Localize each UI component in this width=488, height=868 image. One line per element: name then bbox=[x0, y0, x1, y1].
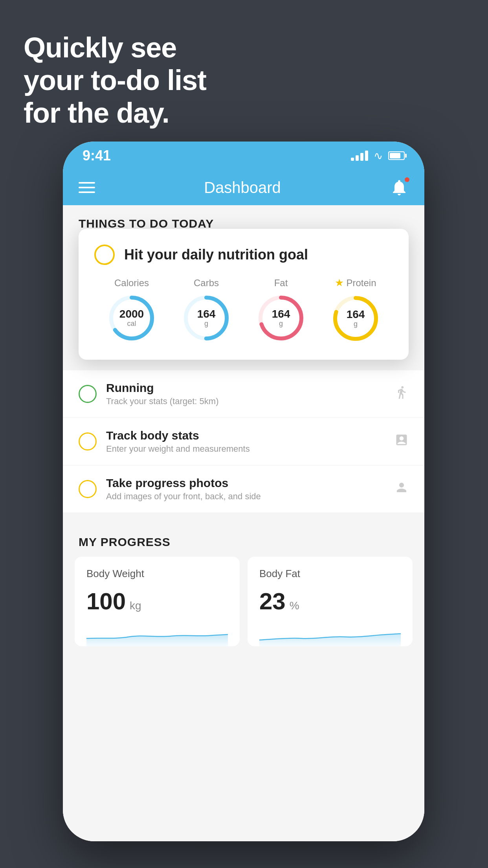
calories-label: Calories bbox=[114, 278, 149, 289]
running-title: Running bbox=[106, 381, 385, 395]
nutrition-card[interactable]: Hit your daily nutrition goal Calories 2… bbox=[79, 229, 409, 360]
calories-circle: 2000 cal bbox=[106, 292, 157, 344]
person-icon bbox=[394, 480, 409, 498]
running-text: Running Track your stats (target: 5km) bbox=[106, 381, 385, 406]
body-fat-chart bbox=[259, 623, 401, 646]
carbs-label: Carbs bbox=[194, 278, 219, 289]
star-icon: ★ bbox=[335, 277, 344, 289]
body-stats-subtitle: Enter your weight and measurements bbox=[106, 444, 385, 454]
fat-item: Fat 164 g bbox=[255, 278, 306, 344]
phone-mockup: 9:41 ∿ Dashboard TH bbox=[63, 142, 424, 841]
scale-icon bbox=[394, 433, 409, 451]
notification-badge bbox=[404, 177, 410, 183]
progress-cards: Body Weight 100 kg bbox=[63, 557, 424, 646]
carbs-circle: 164 g bbox=[181, 292, 232, 344]
todo-item-running[interactable]: Running Track your stats (target: 5km) bbox=[63, 370, 424, 418]
body-fat-value-row: 23 % bbox=[259, 588, 401, 615]
body-weight-unit: kg bbox=[130, 600, 141, 612]
nutrition-circles: Calories 2000 cal Carbs bbox=[94, 277, 393, 344]
todo-item-body-stats[interactable]: Track body stats Enter your weight and m… bbox=[63, 418, 424, 465]
page-headline: Quickly see your to-do list for the day. bbox=[24, 31, 206, 129]
running-check-circle bbox=[79, 385, 97, 403]
progress-section: MY PROGRESS Body Weight 100 kg bbox=[63, 524, 424, 646]
wifi-icon: ∿ bbox=[374, 149, 383, 162]
body-weight-title: Body Weight bbox=[86, 568, 228, 580]
running-subtitle: Track your stats (target: 5km) bbox=[106, 396, 385, 406]
body-stats-check-circle bbox=[79, 432, 97, 451]
status-icons: ∿ bbox=[351, 149, 405, 162]
protein-item: ★ Protein 164 g bbox=[330, 277, 381, 344]
content-area: THINGS TO DO TODAY Hit your daily nutrit… bbox=[63, 205, 424, 841]
photos-text: Take progress photos Add images of your … bbox=[106, 476, 385, 502]
nav-bar: Dashboard bbox=[63, 170, 424, 205]
body-stats-text: Track body stats Enter your weight and m… bbox=[106, 429, 385, 454]
nutrition-card-title: Hit your daily nutrition goal bbox=[124, 246, 308, 263]
nav-title: Dashboard bbox=[204, 179, 281, 197]
body-fat-unit: % bbox=[290, 600, 299, 612]
menu-button[interactable] bbox=[79, 182, 95, 193]
photos-check-circle bbox=[79, 480, 97, 498]
body-stats-title: Track body stats bbox=[106, 429, 385, 442]
battery-icon bbox=[388, 151, 405, 160]
notification-button[interactable] bbox=[390, 178, 409, 197]
body-weight-chart bbox=[86, 623, 228, 646]
signal-icon bbox=[351, 151, 368, 161]
fat-label: Fat bbox=[274, 278, 288, 289]
protein-circle: 164 g bbox=[330, 293, 381, 344]
photos-title: Take progress photos bbox=[106, 476, 385, 490]
fat-circle: 164 g bbox=[255, 292, 306, 344]
status-bar: 9:41 ∿ bbox=[63, 142, 424, 170]
body-fat-title: Body Fat bbox=[259, 568, 401, 580]
status-time: 9:41 bbox=[83, 147, 111, 164]
body-weight-value: 100 bbox=[86, 588, 126, 615]
body-fat-card[interactable]: Body Fat 23 % bbox=[248, 557, 413, 646]
nutrition-check-circle bbox=[94, 245, 115, 265]
photos-subtitle: Add images of your front, back, and side bbox=[106, 491, 385, 502]
todo-item-photos[interactable]: Take progress photos Add images of your … bbox=[63, 465, 424, 513]
progress-header: MY PROGRESS bbox=[63, 524, 424, 557]
body-fat-value: 23 bbox=[259, 588, 286, 615]
running-icon bbox=[394, 385, 409, 403]
protein-label: ★ Protein bbox=[335, 277, 376, 289]
card-title-row: Hit your daily nutrition goal bbox=[94, 245, 393, 265]
todo-list: Running Track your stats (target: 5km) T… bbox=[63, 370, 424, 513]
calories-item: Calories 2000 cal bbox=[106, 278, 157, 344]
body-weight-card[interactable]: Body Weight 100 kg bbox=[75, 557, 240, 646]
carbs-item: Carbs 164 g bbox=[181, 278, 232, 344]
body-weight-value-row: 100 kg bbox=[86, 588, 228, 615]
